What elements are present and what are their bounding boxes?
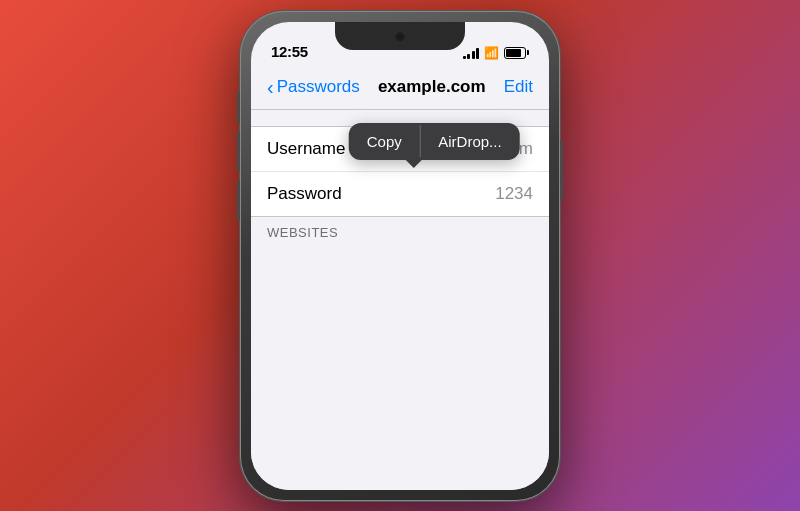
edit-button[interactable]: Edit: [504, 77, 533, 97]
airdrop-menu-item[interactable]: AirDrop...: [420, 123, 519, 160]
page-title: example.com: [378, 77, 486, 97]
password-value: 1234: [495, 184, 533, 204]
username-row[interactable]: Username Copy AirDrop... shivam: [251, 127, 549, 172]
battery-icon: [504, 47, 529, 59]
username-label: Username: [267, 139, 345, 159]
status-icons: 📶: [463, 46, 530, 60]
volume-down-button[interactable]: [237, 181, 240, 221]
copy-menu-item[interactable]: Copy: [349, 123, 420, 160]
back-button[interactable]: ‹ Passwords: [267, 77, 360, 97]
phone-frame: 12:55 📶 ‹ Pa: [240, 11, 560, 501]
phone-screen: 12:55 📶 ‹ Pa: [251, 22, 549, 490]
password-row[interactable]: Password 1234: [251, 172, 549, 216]
front-camera: [395, 32, 405, 42]
notch: [335, 22, 465, 50]
password-label: Password: [267, 184, 342, 204]
back-label: Passwords: [277, 77, 360, 97]
context-menu: Copy AirDrop...: [349, 123, 520, 160]
chevron-left-icon: ‹: [267, 77, 274, 97]
content-area: Username Copy AirDrop... shivam Password…: [251, 110, 549, 490]
power-button[interactable]: [560, 141, 563, 201]
clock: 12:55: [271, 43, 308, 60]
volume-up-button[interactable]: [237, 131, 240, 171]
wifi-icon: 📶: [484, 46, 499, 60]
websites-section-label: WEBSITES: [251, 217, 549, 244]
signal-icon: [463, 47, 480, 59]
navigation-bar: ‹ Passwords example.com Edit: [251, 66, 549, 110]
credentials-section: Username Copy AirDrop... shivam Password…: [251, 126, 549, 217]
